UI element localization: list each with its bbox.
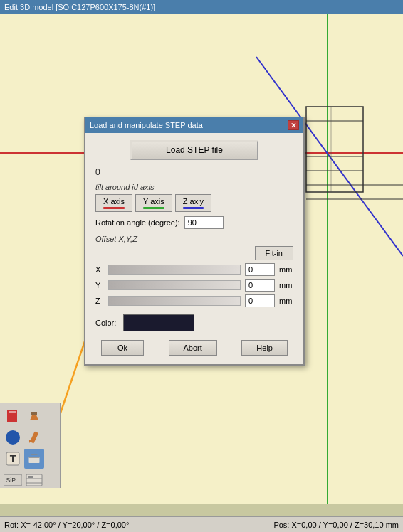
step-dialog: Load and manipulate STEP data ✕ Load STE… <box>84 117 305 366</box>
status-left: Rot: X=-42,00° / Y=20,00° / Z=0,00° <box>4 521 202 529</box>
rotation-row: Rotation angle (degree): <box>95 216 293 229</box>
rotation-label: Rotation angle (degree): <box>95 218 180 227</box>
y-axis-button[interactable]: Y axis <box>135 194 172 212</box>
value-display: 0 <box>95 167 293 177</box>
axis-buttons-group: X axis Y axis Z axiy <box>95 194 293 212</box>
z-unit: mm <box>279 297 293 305</box>
layers-icon[interactable] <box>24 470 44 490</box>
title-bar: Edit 3D model [SOIC127P600X175-8N(#1)] <box>0 0 403 14</box>
dialog-title: Load and manipulate STEP data <box>90 121 203 129</box>
fit-in-button[interactable]: Fit-in <box>255 246 293 260</box>
z-axis-button[interactable]: Z axiy <box>175 194 211 212</box>
y-offset-input[interactable] <box>245 279 275 292</box>
svg-point-16 <box>6 430 20 445</box>
x-unit: mm <box>279 265 293 274</box>
sip-icon[interactable]: SiP <box>3 470 23 490</box>
x-offset-input[interactable] <box>245 263 275 276</box>
svg-rect-17 <box>30 431 38 443</box>
y-unit: mm <box>279 281 293 289</box>
svg-rect-29 <box>28 476 33 478</box>
active-tool-display[interactable] <box>24 449 44 469</box>
y-offset-row: Y mm <box>95 279 293 292</box>
tilt-label: tilt around id axis <box>95 183 293 191</box>
svg-rect-3 <box>306 107 363 192</box>
z-label: Z <box>95 297 104 305</box>
offset-section: Offset X,Y,Z Fit-in X mm Y <box>95 235 293 307</box>
z-offset-input[interactable] <box>245 294 275 307</box>
z-offset-row: Z mm <box>95 294 293 307</box>
red-book-icon[interactable] <box>3 406 23 426</box>
color-label: Color: <box>95 319 116 327</box>
svg-rect-13 <box>9 411 16 413</box>
x-label: X <box>95 265 104 274</box>
side-panel: T SiP <box>0 403 61 488</box>
blue-circle-icon[interactable] <box>3 427 23 447</box>
x-axis-button[interactable]: X axis <box>95 194 132 212</box>
canvas-area: T SiP <box>0 14 403 504</box>
color-swatch[interactable] <box>123 314 194 331</box>
svg-rect-15 <box>31 412 37 415</box>
x-slider[interactable] <box>108 265 241 275</box>
side-panel-row-1 <box>3 406 44 426</box>
y-slider[interactable] <box>108 280 241 290</box>
svg-text:SiP: SiP <box>6 477 16 484</box>
y-label: Y <box>95 281 104 289</box>
pencil-icon[interactable] <box>24 427 44 447</box>
side-panel-row-2 <box>3 427 44 447</box>
rotation-input[interactable] <box>184 216 224 229</box>
tool-icon[interactable] <box>24 406 44 426</box>
text-t-icon[interactable]: T <box>3 449 23 469</box>
color-section: Color: <box>95 314 293 331</box>
abort-button[interactable]: Abort <box>169 340 217 356</box>
dialog-titlebar: Load and manipulate STEP data ✕ <box>85 117 303 133</box>
help-button[interactable]: Help <box>241 340 288 356</box>
load-step-button[interactable]: Load STEP file <box>130 140 258 160</box>
side-panel-row-3: T <box>3 449 44 469</box>
status-bar: Rot: X=-42,00° / Y=20,00° / Z=0,00° Pos:… <box>0 516 403 532</box>
offset-label: Offset X,Y,Z <box>95 235 293 243</box>
svg-text:T: T <box>10 453 16 464</box>
status-right: Pos: X=0,00 / Y=0,00 / Z=30,10 mm <box>202 521 399 529</box>
title-text: Edit 3D model [SOIC127P600X175-8N(#1)] <box>4 3 155 11</box>
z-slider[interactable] <box>108 296 241 306</box>
x-offset-row: X mm <box>95 263 293 276</box>
dialog-footer: Ok Abort Help <box>95 340 293 356</box>
dialog-body: Load STEP file 0 tilt around id axis X a… <box>85 133 303 364</box>
dialog-close-button[interactable]: ✕ <box>288 120 299 130</box>
side-panel-row-4: SiP <box>3 470 44 490</box>
ok-button[interactable]: Ok <box>101 340 144 356</box>
